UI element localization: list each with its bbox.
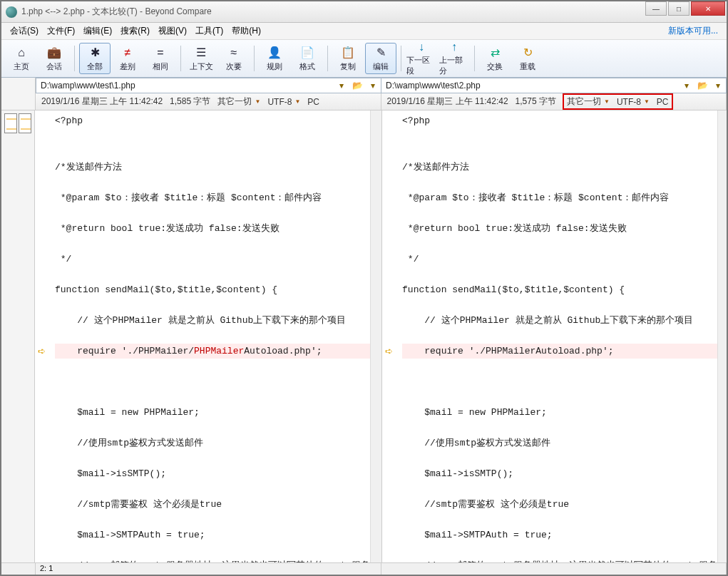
right-eol: PC bbox=[657, 97, 669, 107]
next-section-button[interactable]: ↓下一区段 bbox=[406, 43, 437, 74]
session-button[interactable]: 💼会话 bbox=[39, 43, 70, 74]
minor-button[interactable]: ≈次要 bbox=[218, 43, 250, 74]
left-timestamp: 2019/1/16 星期三 上午 11:42:42 bbox=[41, 96, 163, 108]
all-button[interactable]: ✱全部 bbox=[79, 43, 111, 74]
minimize-button[interactable]: — bbox=[645, 1, 667, 16]
titlebar: 1.php <--> 2.php - 文本比较(T) - Beyond Comp… bbox=[1, 1, 727, 23]
left-code-pane: ➪➪ <?php /*发送邮件方法 *@param $to：接收者 $title… bbox=[35, 110, 382, 562]
right-scrollbar[interactable] bbox=[717, 110, 728, 562]
left-open-icon[interactable]: 📂 bbox=[349, 78, 365, 93]
right-gutter: ➪➪ bbox=[382, 110, 399, 562]
copy-button[interactable]: 📋复制 bbox=[332, 43, 364, 74]
left-scrollbar[interactable] bbox=[370, 110, 381, 562]
home-button[interactable]: ⌂主页 bbox=[6, 43, 37, 74]
close-button[interactable]: ✕ bbox=[691, 1, 725, 16]
left-path-input[interactable] bbox=[36, 79, 334, 92]
diff-button[interactable]: ≠差别 bbox=[112, 43, 143, 74]
menu-search[interactable]: 搜索(R) bbox=[118, 24, 153, 38]
menu-edit[interactable]: 编辑(E) bbox=[81, 24, 115, 38]
annotation-highlight-box: 其它一切▼ UTF-8▼ PC bbox=[563, 93, 673, 110]
right-open-dropdown[interactable]: ▾ bbox=[710, 78, 726, 93]
info-row: 2019/1/16 星期三 上午 11:42:42 1,585 字节 其它一切▼… bbox=[36, 93, 727, 110]
thumbnail-strip[interactable] bbox=[1, 110, 35, 562]
right-encoding[interactable]: UTF-8 bbox=[617, 97, 641, 107]
left-encoding[interactable]: UTF-8 bbox=[267, 97, 292, 107]
left-path-pane: ▾ 📂 ▾ bbox=[36, 78, 381, 93]
star-icon: ✱ bbox=[88, 46, 102, 60]
left-filter[interactable]: 其它一切 bbox=[217, 96, 252, 108]
menu-help[interactable]: 帮助(H) bbox=[229, 24, 264, 38]
left-code-body[interactable]: <?php /*发送邮件方法 *@param $to：接收者 $title：标题… bbox=[52, 110, 370, 562]
menu-view[interactable]: 视图(V) bbox=[155, 24, 190, 38]
referee-icon: 👤 bbox=[267, 46, 282, 60]
left-path-dropdown[interactable]: ▾ bbox=[334, 78, 349, 93]
left-eol: PC bbox=[307, 97, 319, 107]
right-size: 1,575 字节 bbox=[516, 96, 556, 108]
new-version-link[interactable]: 新版本可用... bbox=[665, 24, 721, 38]
left-open-dropdown[interactable]: ▾ bbox=[365, 78, 381, 93]
same-button[interactable]: =相同 bbox=[145, 43, 176, 74]
right-path-dropdown[interactable]: ▾ bbox=[679, 78, 694, 93]
down-arrow-icon: ↓ bbox=[414, 41, 429, 53]
right-filter[interactable]: 其它一切 bbox=[567, 96, 601, 108]
right-path-input[interactable] bbox=[381, 79, 679, 92]
edit-button[interactable]: ✎编辑 bbox=[365, 43, 396, 74]
swap-button[interactable]: ⇄交换 bbox=[479, 43, 511, 74]
filepath-row: ▾ 📂 ▾ ▾ 📂 ▾ bbox=[36, 78, 727, 93]
reload-icon: ↻ bbox=[521, 46, 535, 60]
left-thumbnail[interactable] bbox=[4, 113, 17, 133]
menu-file[interactable]: 文件(F) bbox=[44, 24, 78, 38]
home-icon: ⌂ bbox=[14, 46, 29, 60]
menu-tools[interactable]: 工具(T) bbox=[193, 24, 226, 38]
window-title: 1.php <--> 2.php - 文本比较(T) - Beyond Comp… bbox=[21, 6, 722, 18]
format-button[interactable]: 📄格式 bbox=[292, 43, 323, 74]
maximize-button[interactable]: □ bbox=[668, 1, 689, 16]
up-arrow-icon: ↑ bbox=[447, 41, 461, 53]
menu-session[interactable]: 会话(S) bbox=[7, 24, 41, 38]
app-icon bbox=[6, 6, 17, 18]
right-thumbnail[interactable] bbox=[19, 113, 31, 133]
equal-icon: = bbox=[153, 46, 168, 60]
swap-icon: ⇄ bbox=[488, 46, 502, 60]
left-info-pane: 2019/1/16 星期三 上午 11:42:42 1,585 字节 其它一切▼… bbox=[36, 93, 381, 110]
format-icon: 📄 bbox=[300, 46, 314, 60]
toolbar: ⌂主页 💼会话 ✱全部 ≠差别 =相同 ☰上下文 ≈次要 👤规则 📄格式 📋复制… bbox=[1, 40, 727, 78]
right-timestamp: 2019/1/16 星期三 上午 11:42:42 bbox=[387, 96, 508, 108]
prev-section-button[interactable]: ↑上一部分 bbox=[439, 43, 470, 74]
triangle-icon: ▼ bbox=[294, 98, 300, 105]
notequal-icon: ≠ bbox=[121, 46, 135, 60]
approx-icon: ≈ bbox=[227, 46, 241, 60]
briefcase-icon: 💼 bbox=[47, 46, 61, 60]
triangle-icon: ▼ bbox=[255, 98, 260, 105]
right-code-body[interactable]: <?php /*发送邮件方法 *@param $to：接收者 $title：标题… bbox=[399, 110, 717, 562]
left-size: 1,585 字节 bbox=[170, 96, 210, 108]
pencil-icon: ✎ bbox=[374, 46, 388, 60]
right-code-pane: ➪➪ <?php /*发送邮件方法 *@param $to：接收者 $title… bbox=[382, 110, 728, 562]
right-open-icon[interactable]: 📂 bbox=[694, 78, 710, 93]
workspace: ➪➪ <?php /*发送邮件方法 *@param $to：接收者 $title… bbox=[1, 110, 727, 562]
copy-icon: 📋 bbox=[341, 46, 355, 60]
triangle-icon: ▼ bbox=[644, 98, 650, 105]
right-info-pane: 2019/1/16 星期三 上午 11:42:42 1,575 字节 其它一切▼… bbox=[381, 93, 727, 110]
right-status bbox=[381, 563, 727, 575]
context-icon: ☰ bbox=[194, 46, 208, 60]
triangle-icon: ▼ bbox=[604, 98, 610, 105]
right-path-pane: ▾ 📂 ▾ bbox=[381, 78, 727, 93]
status-bar: 2: 1 bbox=[1, 562, 727, 575]
reload-button[interactable]: ↻重载 bbox=[512, 43, 543, 74]
rules-button[interactable]: 👤规则 bbox=[259, 43, 290, 74]
left-gutter: ➪➪ bbox=[35, 110, 52, 562]
context-button[interactable]: ☰上下文 bbox=[185, 43, 217, 74]
left-status: 2: 1 bbox=[36, 563, 381, 575]
menubar: 会话(S) 文件(F) 编辑(E) 搜索(R) 视图(V) 工具(T) 帮助(H… bbox=[1, 23, 727, 40]
